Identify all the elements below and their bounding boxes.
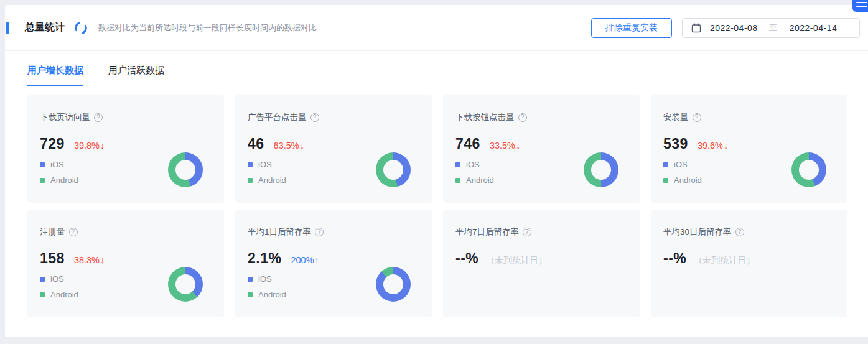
tab-user-growth[interactable]: 用户增长数据 [27,65,83,86]
date-range-start[interactable]: 2022-04-08 [710,23,758,33]
change-badge: 200%↑ [291,255,319,265]
floating-widget-icon[interactable] [852,0,868,12]
metric-value: --% [455,250,478,267]
panel-header: 总量统计 数据对比为当前所选时段与前一段同样长度时间内的数据对比 排除重复安装 … [5,5,868,51]
metric-value: 46 [248,136,264,152]
tab-user-activity[interactable]: 用户活跃数据 [108,65,164,86]
help-icon[interactable]: ? [518,113,527,122]
card-day1-retention: 平均1日后留存率 ? 2.1% 200%↑ iOS Android [235,210,432,317]
metric-value: 539 [663,136,688,152]
android-swatch [455,178,460,183]
platform-donut-chart [168,267,203,302]
help-icon[interactable]: ? [310,113,319,122]
metric-card-grid: 下载页访问量 ? 729 39.8%↓ iOS Android 广告平台点击量 … [27,95,847,317]
card-ad-platform-clicks: 广告平台点击量 ? 46 63.5%↓ iOS Android [235,95,432,203]
android-swatch [40,292,45,297]
date-range-separator: 至 [769,22,777,34]
no-data-note: （未到统计日） [486,255,547,266]
calendar-icon [691,23,701,33]
change-badge: 39.6%↓ [698,141,728,151]
platform-donut-chart [376,267,411,302]
comparison-description: 数据对比为当前所选时段与前一段同样长度时间内的数据对比 [98,22,317,34]
platform-legend: iOS Android [663,160,702,191]
down-arrow-icon: ↓ [100,141,105,151]
metric-value: 158 [40,250,65,267]
card-title: 平均1日后留存率 [248,226,311,238]
card-download-page-visits: 下载页访问量 ? 729 39.8%↓ iOS Android [27,95,224,203]
ios-swatch [455,162,460,167]
card-title: 下载按钮点击量 [455,112,515,123]
title-accent-bar [6,22,9,34]
platform-legend: iOS Android [248,160,286,191]
ios-swatch [248,277,253,282]
change-badge: 33.5%↓ [490,141,520,151]
date-range-end[interactable]: 2022-04-14 [790,23,838,33]
platform-legend: iOS Android [40,274,78,305]
exclude-duplicate-install-button[interactable]: 排除重复安装 [591,18,672,38]
card-title: 安装量 [663,112,689,123]
card-title: 下载页访问量 [40,112,90,123]
android-swatch [663,178,668,183]
page-title: 总量统计 [25,21,65,34]
platform-legend: iOS Android [455,160,494,191]
help-icon[interactable]: ? [94,113,103,122]
card-day7-retention: 平均7日后留存率 ? --% （未到统计日） [443,210,640,317]
ios-swatch [40,277,45,282]
help-icon[interactable]: ? [693,113,701,122]
ios-swatch [248,162,253,167]
help-icon[interactable]: ? [735,228,744,236]
card-day30-retention: 平均30日后留存率 ? --% （未到统计日） [651,210,847,317]
change-badge: 63.5%↓ [274,141,304,151]
up-arrow-icon: ↑ [315,255,319,265]
ios-swatch [663,162,668,167]
platform-legend: iOS Android [248,274,286,305]
card-title: 平均7日后留存率 [455,226,519,238]
help-icon[interactable]: ? [69,228,78,236]
card-title: 平均30日后留存率 [663,226,732,238]
metric-value: 746 [455,136,480,152]
date-range-picker[interactable]: 2022-04-08 至 2022-04-14 [682,18,860,38]
down-arrow-icon: ↓ [300,141,304,151]
tab-bar: 用户增长数据 用户活跃数据 [5,51,868,86]
card-title: 注册量 [40,226,65,238]
metric-value: 2.1% [248,250,281,267]
stats-panel: 总量统计 数据对比为当前所选时段与前一段同样长度时间内的数据对比 排除重复安装 … [5,5,868,337]
platform-donut-chart [584,152,618,187]
down-arrow-icon: ↓ [724,141,728,151]
down-arrow-icon: ↓ [516,141,520,151]
platform-donut-chart [791,152,826,187]
card-title: 广告平台点击量 [248,112,307,123]
card-installs: 安装量 ? 539 39.6%↓ iOS Android [651,95,847,203]
metric-value: 729 [40,136,65,152]
platform-donut-chart [376,152,411,187]
refresh-icon[interactable] [73,21,88,35]
card-download-button-clicks: 下载按钮点击量 ? 746 33.5%↓ iOS Android [443,95,640,203]
platform-donut-chart [168,152,203,187]
platform-legend: iOS Android [40,160,78,191]
android-swatch [248,292,253,297]
change-badge: 39.8%↓ [74,141,105,151]
android-swatch [248,178,253,183]
help-icon[interactable]: ? [523,228,531,236]
change-badge: 38.3%↓ [74,255,105,265]
ios-swatch [40,162,45,167]
help-icon[interactable]: ? [315,228,324,236]
android-swatch [40,178,45,183]
metric-value: --% [663,250,686,267]
down-arrow-icon: ↓ [100,255,105,265]
no-data-note: （未到统计日） [694,255,755,266]
card-registrations: 注册量 ? 158 38.3%↓ iOS Android [27,210,224,317]
